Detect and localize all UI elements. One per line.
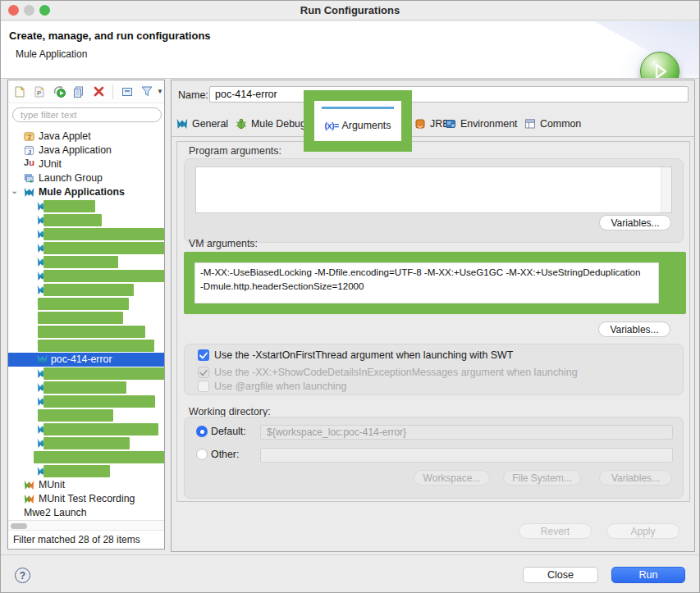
tree-item-redacted[interactable] xyxy=(8,213,164,227)
environment-icon xyxy=(445,118,456,130)
name-input[interactable] xyxy=(209,86,689,103)
default-radio-row[interactable]: Default: xyxy=(196,426,246,437)
radio-selected-icon[interactable] xyxy=(196,426,208,437)
filter-input[interactable] xyxy=(12,107,162,122)
tree-item-label: Java Applet xyxy=(39,130,91,142)
tree-item-redacted[interactable] xyxy=(8,450,164,464)
wd-variables-button: Variables... xyxy=(599,470,672,486)
tree-item-redacted[interactable] xyxy=(8,311,164,325)
new-prototype-icon[interactable]: P+ xyxy=(32,84,47,99)
checkbox-label: Use @argfile when launching xyxy=(214,381,346,392)
svg-text:+: + xyxy=(40,85,44,93)
tab-mule-debug[interactable]: Mule Debug xyxy=(236,110,306,137)
tree-item-java-applet[interactable]: J Java Applet xyxy=(8,130,164,144)
tree-item-redacted[interactable] xyxy=(8,367,164,381)
tab-label: Arguments xyxy=(342,120,391,131)
tree-item-label: Java Application xyxy=(39,144,112,156)
program-arguments-textarea[interactable] xyxy=(195,166,672,213)
name-label: Name: xyxy=(178,89,208,101)
program-variables-button[interactable]: Variables... xyxy=(599,215,671,230)
redaction-bar xyxy=(43,214,102,226)
duplicate-icon[interactable] xyxy=(71,84,86,99)
checkbox-show-code-details: Use the -XX:+ShowCodeDetailsInExceptionM… xyxy=(198,367,578,378)
export-launch-configuration-icon[interactable] xyxy=(52,84,66,99)
arguments-tab-content: Program arguments: Variables... VM argum… xyxy=(176,141,690,502)
tree-item-label: MUnit xyxy=(39,479,65,490)
tree-item-munit[interactable]: MUnit xyxy=(8,478,164,492)
tree-item-junit[interactable]: Ju JUnit xyxy=(8,157,164,171)
tree-item-redacted[interactable] xyxy=(8,339,164,353)
bug-icon xyxy=(236,118,247,130)
tab-common[interactable]: Common xyxy=(524,110,581,137)
vm-arguments-label: VM arguments: xyxy=(189,238,258,249)
redaction-bar xyxy=(43,367,164,380)
tree-item-launch-group[interactable]: Launch Group xyxy=(8,171,164,185)
tree-item-redacted[interactable] xyxy=(8,464,164,478)
sidebar-toolbar: + P+ xyxy=(8,80,164,103)
java-application-icon: J xyxy=(24,145,34,156)
tree-item-selected[interactable]: poc-414-error xyxy=(8,353,164,367)
close-button[interactable]: Close xyxy=(523,567,598,583)
checkbox-label: Use the -XX:+ShowCodeDetailsInExceptionM… xyxy=(214,367,578,378)
vm-arguments-textarea[interactable]: -M-XX:-UseBiasedLocking -M-Dfile.encodin… xyxy=(194,262,659,303)
tree-item-munit-test-recording[interactable]: MUnit Test Recording xyxy=(8,492,164,506)
textarea-scrollbar[interactable] xyxy=(661,167,671,212)
tree-item-redacted[interactable] xyxy=(8,241,164,255)
tab-environment[interactable]: Environment xyxy=(445,110,518,137)
tab-general[interactable]: General xyxy=(176,110,228,137)
redaction-bar xyxy=(43,270,164,282)
revert-button: Revert xyxy=(519,523,592,539)
run-button[interactable]: Run xyxy=(611,567,685,583)
working-directory-group: Default: ${workspace_loc:poc-414-error} … xyxy=(184,417,684,499)
radio-unselected-icon[interactable] xyxy=(196,449,208,460)
redaction-bar xyxy=(43,200,95,212)
tree-item-redacted[interactable] xyxy=(8,325,164,339)
redaction-bar xyxy=(43,423,158,436)
file-system-button: File System... xyxy=(503,470,581,486)
help-button[interactable]: ? xyxy=(15,568,30,583)
tree-item-redacted[interactable] xyxy=(8,422,164,436)
header-banner: Create, manage, and run configurations M… xyxy=(1,21,699,79)
working-directory-label: Working directory: xyxy=(189,406,271,417)
tab-label: Environment xyxy=(460,118,518,130)
configurations-sidebar: + P+ xyxy=(7,80,165,550)
tree-item-redacted[interactable] xyxy=(8,408,164,422)
redaction-bar xyxy=(43,284,134,296)
checkbox-unchecked-icon xyxy=(198,381,209,392)
redaction-bar xyxy=(43,228,164,240)
tree-item-redacted[interactable] xyxy=(8,436,164,450)
tree-item-redacted[interactable] xyxy=(8,199,164,213)
tab-label: General xyxy=(192,118,228,130)
scrollbar-thumb[interactable] xyxy=(11,523,27,529)
chevron-down-icon[interactable]: ⌄ xyxy=(11,185,18,196)
tree-item-redacted[interactable] xyxy=(8,283,164,297)
munit-icon xyxy=(24,480,34,490)
mule-applications-children: poc-414-error xyxy=(8,199,164,478)
tab-arguments[interactable]: (x)= Arguments xyxy=(322,107,394,141)
tree-item-redacted[interactable] xyxy=(8,227,164,241)
apply-button: Apply xyxy=(606,523,679,539)
other-radio-row[interactable]: Other: xyxy=(196,449,239,460)
delete-icon[interactable] xyxy=(91,84,106,99)
checkbox-checked-icon[interactable] xyxy=(198,349,209,361)
tree-item-redacted[interactable] xyxy=(8,269,164,283)
redaction-bar xyxy=(43,256,118,268)
filter-menu-caret-icon[interactable]: ▼ xyxy=(157,88,163,95)
redaction-bar xyxy=(38,312,123,324)
tree-item-redacted[interactable] xyxy=(8,297,164,311)
tree-item-redacted[interactable] xyxy=(8,255,164,269)
vm-variables-button[interactable]: Variables... xyxy=(598,322,670,337)
tree-item-redacted[interactable] xyxy=(8,381,164,395)
tree-item-java-application[interactable]: J Java Application xyxy=(8,144,164,157)
horizontal-scrollbar[interactable] xyxy=(8,520,164,531)
page-subtitle: Mule Application xyxy=(16,48,87,60)
filter-icon[interactable] xyxy=(140,84,154,99)
jre-icon xyxy=(414,118,426,130)
main-area: + P+ xyxy=(1,79,700,555)
tree-item-redacted[interactable] xyxy=(8,395,164,408)
checkbox-xstart-first-thread[interactable]: Use the -XstartOnFirstThread argument wh… xyxy=(198,349,513,361)
tree-item-mwe2-launch[interactable]: Mwe2 Launch xyxy=(8,506,164,520)
new-launch-configuration-icon[interactable]: + xyxy=(12,84,27,99)
collapse-all-icon[interactable] xyxy=(120,84,135,99)
tree-item-mule-applications[interactable]: ⌄ Mule Applications xyxy=(8,185,164,199)
